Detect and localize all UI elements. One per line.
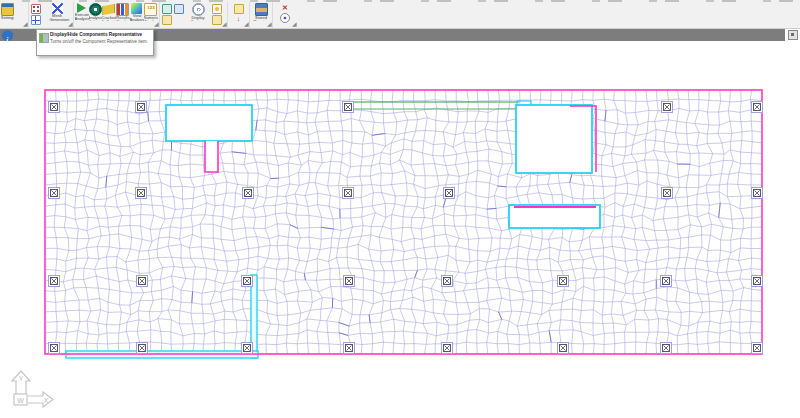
display-contours-button[interactable]: Display Contours — [185, 2, 211, 21]
slab-opening[interactable] — [509, 205, 600, 228]
analysis-options-button[interactable]: Analysis Options — [89, 2, 103, 21]
column-symbol[interactable] — [49, 102, 60, 113]
fem-mesh-layer — [45, 90, 762, 354]
tooltip-title: Display/Hide Components Representative — [50, 32, 151, 38]
column-symbol[interactable] — [442, 276, 453, 287]
column-symbol[interactable] — [444, 188, 455, 199]
column-symbol[interactable] — [661, 276, 672, 287]
dialog-launcher-icon[interactable]: ◢ — [292, 22, 297, 27]
beam-line[interactable] — [352, 101, 531, 110]
column-symbol[interactable] — [558, 276, 569, 287]
ribbon-tab-strip — [0, 0, 800, 2]
dialog-launcher-icon[interactable]: ◢ — [154, 22, 159, 27]
remove-visibility-icon[interactable]: ✕ — [281, 4, 289, 12]
ribbon-group-vibration: Settings Vibration ◢ — [0, 2, 29, 28]
stored-reactions-button[interactable]: Stored Reactions — [251, 2, 271, 21]
column-symbol[interactable] — [242, 276, 253, 287]
column-symbol[interactable] — [344, 343, 355, 354]
view-analysis-results-button[interactable]: View Analysis Results — [130, 2, 144, 21]
slab-opening[interactable] — [166, 105, 252, 141]
vibration-settings-icon — [1, 3, 14, 16]
column-symbol[interactable] — [662, 188, 673, 199]
mesh-generation-icon — [52, 3, 63, 14]
results-display-settings-icon — [116, 3, 129, 16]
contour-map-icon — [131, 3, 142, 14]
numeric-123-icon: 123 — [144, 3, 157, 16]
column-symbol[interactable] — [243, 188, 254, 199]
column-symbol[interactable] — [662, 102, 673, 113]
contour-legend-icon[interactable] — [212, 4, 222, 14]
compass-x-label: X — [44, 397, 49, 404]
model-canvas[interactable]: YXW — [0, 0, 800, 418]
ribbon-group-warping: ↓ Warping ◢ — [228, 2, 250, 28]
mesh-nodes-icon[interactable] — [31, 4, 41, 14]
results-display-settings-button[interactable]: Results Display Settings — [116, 2, 130, 21]
column-symbol[interactable] — [752, 343, 763, 354]
orientation-compass: YXW — [12, 371, 53, 407]
compass-y-label: Y — [19, 375, 24, 382]
dialog-launcher-icon[interactable]: ◢ — [222, 22, 227, 27]
column-symbol[interactable] — [344, 276, 355, 287]
column-symbol[interactable] — [136, 188, 147, 199]
slab-boundary[interactable] — [45, 90, 762, 354]
dialog-launcher-icon[interactable]: ◢ — [68, 22, 73, 27]
warping-option-icon[interactable] — [234, 4, 244, 14]
ribbon-group-meshing: Mesh Generation Meshing ◢ — [29, 2, 74, 28]
wall-lines-layer[interactable] — [66, 275, 258, 358]
tooltip: Display/Hide Components Representative T… — [36, 29, 154, 56]
stored-reactions-icon — [255, 3, 268, 16]
column-symbol[interactable] — [49, 188, 60, 199]
numerical-display-button[interactable]: 123 Numerical Display — [144, 2, 158, 21]
column-symbol[interactable] — [49, 276, 60, 287]
mesh-generation-button[interactable]: Mesh Generation — [42, 2, 72, 21]
column-symbol[interactable] — [49, 343, 60, 354]
ribbon-group-analysis: Execute Analysis Analysis Options Cracke… — [74, 2, 160, 28]
column-symbol[interactable] — [752, 276, 763, 287]
compass-origin-label: W — [17, 397, 24, 404]
dialog-launcher-icon[interactable]: ◢ — [267, 22, 272, 27]
component-representative-icon — [39, 33, 49, 43]
column-symbol[interactable] — [137, 343, 148, 354]
contour-option-icon[interactable] — [162, 4, 172, 14]
column-symbol[interactable] — [242, 343, 253, 354]
column-symbol[interactable] — [442, 343, 453, 354]
vibration-settings-button[interactable]: Settings — [1, 2, 14, 21]
cracked-deflection-button[interactable]: Cracked Deflection — [102, 2, 116, 21]
contours-icon — [192, 3, 205, 16]
column-symbol[interactable] — [752, 188, 763, 199]
cracked-deflection-icon — [102, 3, 115, 16]
dialog-launcher-icon[interactable]: ◢ — [244, 22, 249, 27]
ribbon-group-contour-settings: Display Contours Contour Settings ◢ — [160, 2, 228, 28]
column-symbol[interactable] — [343, 188, 354, 199]
contour-option-icon[interactable] — [174, 4, 184, 14]
openings-layer[interactable] — [166, 105, 600, 228]
column-symbol[interactable] — [558, 343, 569, 354]
ribbon-group-visibility: ✕ Visibility ◢ — [273, 2, 297, 28]
infobar-expand-button[interactable] — [788, 30, 798, 40]
application-window: YXW Settings Vibration ◢ — [0, 0, 800, 418]
tooltip-body: Turns on/off the Component Representativ… — [50, 39, 151, 52]
ribbon: Settings Vibration ◢ Mesh Generation — [0, 0, 800, 29]
execute-analysis-button[interactable]: Execute Analysis — [75, 2, 89, 21]
column-symbol[interactable] — [137, 276, 148, 287]
dialog-launcher-icon[interactable]: ◢ — [23, 22, 28, 27]
ribbon-group-reactions: Stored Reactions Reactions ◢ — [250, 2, 273, 28]
column-symbol[interactable] — [661, 343, 672, 354]
column-symbol[interactable] — [136, 102, 147, 113]
info-icon[interactable]: i — [2, 30, 13, 41]
column-symbol[interactable] — [343, 102, 354, 113]
slab-opening[interactable] — [516, 105, 592, 173]
play-icon — [77, 3, 86, 13]
gear-icon — [89, 3, 102, 16]
column-symbol[interactable] — [752, 102, 763, 113]
